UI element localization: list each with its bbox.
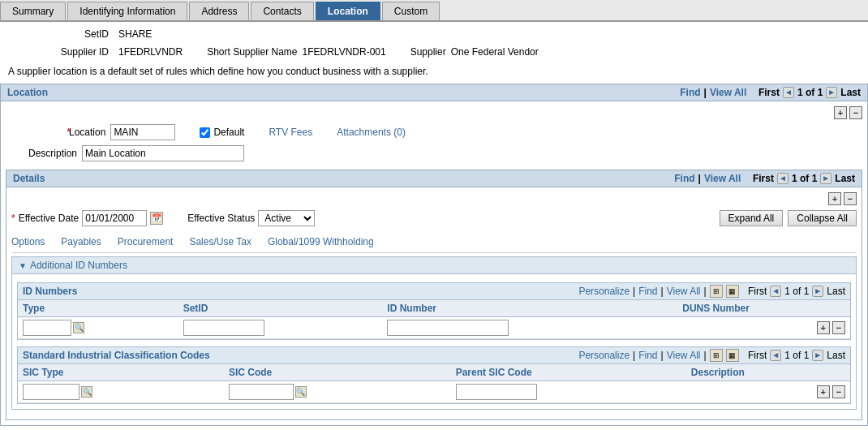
info-text: A supplier location is a default set of … <box>0 62 868 80</box>
sic-grid-container: Standard Industrial Classification Codes… <box>17 346 851 404</box>
sic-find-link[interactable]: Find <box>638 350 657 361</box>
sic-parent-input[interactable] <box>456 384 537 400</box>
supplier-id-label: Supplier ID <box>8 46 114 58</box>
collapse-additional-id-icon[interactable]: ▼ <box>19 261 27 270</box>
id-numbers-setid-input[interactable] <box>183 320 264 336</box>
supplier-label: Supplier <box>410 46 446 58</box>
additional-id-numbers-body: ID Numbers Personalize | Find | View All… <box>11 274 857 410</box>
id-numbers-add-btn[interactable]: + <box>817 321 830 334</box>
id-numbers-col-id-number: ID Number <box>382 300 677 317</box>
id-numbers-last-label: Last <box>827 286 845 297</box>
location-remove-btn[interactable]: − <box>849 106 862 119</box>
collapse-all-button[interactable]: Collapse All <box>788 210 857 226</box>
setid-label: SetID <box>8 28 114 40</box>
sic-prev-arrow[interactable]: ◄ <box>770 350 781 361</box>
sic-personalize-link[interactable]: Personalize <box>578 350 630 361</box>
id-numbers-personalize-link[interactable]: Personalize <box>578 286 630 297</box>
details-last-label: Last <box>835 173 855 184</box>
id-numbers-find-link[interactable]: Find <box>638 286 657 297</box>
id-numbers-type-search-icon[interactable]: 🔍 <box>73 322 84 333</box>
tab-contacts[interactable]: Contacts <box>251 2 313 20</box>
attachments-link[interactable]: Attachments (0) <box>337 127 406 138</box>
id-numbers-number-input[interactable] <box>387 320 509 336</box>
tab-location[interactable]: Location <box>316 2 380 20</box>
id-numbers-prev-arrow[interactable]: ◄ <box>770 286 781 297</box>
id-numbers-remove-btn[interactable]: − <box>832 321 845 334</box>
tab-custom[interactable]: Custom <box>382 2 440 20</box>
id-numbers-table: Type SetID ID Number DUNS Number 🔍 <box>18 300 850 339</box>
tab-summary[interactable]: Summary <box>0 2 66 20</box>
id-numbers-grid-container: ID Numbers Personalize | Find | View All… <box>17 282 851 340</box>
additional-id-numbers-title: Additional ID Numbers <box>30 260 127 271</box>
details-add-btn[interactable]: + <box>828 192 841 205</box>
sic-first-label: First <box>748 350 767 361</box>
id-numbers-row-1: 🔍 + − <box>18 317 850 339</box>
calendar-icon[interactable]: 📅 <box>150 212 163 225</box>
sic-title: Standard Industrial Classification Codes <box>23 350 210 361</box>
sic-viewall-link[interactable]: View All <box>667 350 701 361</box>
location-viewall-link[interactable]: View All <box>710 87 746 98</box>
sic-add-btn[interactable]: + <box>817 385 830 398</box>
id-numbers-grid-icon[interactable]: ▦ <box>726 285 739 298</box>
details-remove-btn[interactable]: − <box>844 192 857 205</box>
default-checkbox[interactable] <box>200 127 210 138</box>
details-first-label: First <box>753 173 774 184</box>
sic-col-code: SIC Code <box>224 364 451 381</box>
sic-code-search-icon[interactable]: 🔍 <box>295 386 307 398</box>
sic-last-label: Last <box>827 350 845 361</box>
sic-type-input[interactable] <box>23 384 79 400</box>
id-numbers-next-arrow[interactable]: ► <box>812 286 823 297</box>
id-numbers-nav: Personalize | Find | View All | ⊞ ▦ Firs… <box>578 285 845 298</box>
location-section-body: + − *Location Default RTV Fees Attachmen… <box>0 101 868 426</box>
location-input[interactable] <box>110 124 175 140</box>
location-section-title: Location <box>7 87 48 98</box>
tab-payables[interactable]: Payables <box>61 236 101 247</box>
details-viewall-link[interactable]: View All <box>704 173 741 184</box>
description-input[interactable] <box>82 145 244 161</box>
description-label: Description <box>6 148 77 159</box>
effective-date-input[interactable] <box>82 210 147 226</box>
sic-row-1: 🔍 🔍 + <box>18 381 850 403</box>
id-numbers-type-input[interactable] <box>23 320 71 336</box>
details-section-header: Details Find | View All First ◄ 1 of 1 ►… <box>6 170 862 187</box>
setid-value: SHARE <box>118 28 152 40</box>
tab-options[interactable]: Options <box>11 236 45 247</box>
tab-sales-use-tax[interactable]: Sales/Use Tax <box>189 236 251 247</box>
id-numbers-col-type: Type <box>18 300 178 317</box>
sic-export-icon[interactable]: ⊞ <box>710 349 723 362</box>
tab-identifying-information[interactable]: Identifying Information <box>67 2 187 20</box>
expand-all-button[interactable]: Expand All <box>720 210 784 226</box>
location-first-label: First <box>758 87 780 98</box>
tab-global-1099[interactable]: Global/1099 Withholding <box>268 236 374 247</box>
sic-type-search-icon[interactable]: 🔍 <box>81 386 92 398</box>
id-numbers-title: ID Numbers <box>23 286 77 297</box>
id-numbers-col-setid: SetID <box>178 300 383 317</box>
tab-address[interactable]: Address <box>189 2 249 20</box>
location-next-arrow[interactable]: ► <box>826 87 837 98</box>
sic-col-parent: Parent SIC Code <box>451 364 686 381</box>
location-section-header: Location Find | View All First ◄ 1 of 1 … <box>0 84 868 101</box>
location-add-btn[interactable]: + <box>834 106 847 119</box>
sic-next-arrow[interactable]: ► <box>812 350 823 361</box>
options-tabs-bar: Options Payables Procurement Sales/Use T… <box>11 231 857 253</box>
details-next-arrow[interactable]: ► <box>820 173 831 184</box>
tab-bar: Summary Identifying Information Address … <box>0 0 868 22</box>
effective-status-label: Effective Status <box>187 213 255 224</box>
tab-procurement[interactable]: Procurement <box>118 236 174 247</box>
id-numbers-col-duns: DUNS Number <box>677 300 850 317</box>
sic-code-input[interactable] <box>229 384 294 400</box>
details-prev-arrow[interactable]: ◄ <box>777 173 789 184</box>
default-label: Default <box>213 127 244 138</box>
location-find-link[interactable]: Find <box>680 87 700 98</box>
location-prev-arrow[interactable]: ◄ <box>783 87 794 98</box>
id-numbers-export-icon[interactable]: ⊞ <box>710 285 723 298</box>
sic-remove-btn[interactable]: − <box>832 385 845 398</box>
location-nav: Find | View All First ◄ 1 of 1 ► Last <box>680 87 861 98</box>
id-numbers-viewall-link[interactable]: View All <box>667 286 701 297</box>
details-find-link[interactable]: Find <box>674 173 694 184</box>
sic-grid-icon[interactable]: ▦ <box>726 349 739 362</box>
location-field-label: * <box>6 127 71 138</box>
effective-status-select[interactable]: Active Inactive <box>258 210 315 226</box>
id-numbers-grid-toolbar: ID Numbers Personalize | Find | View All… <box>18 283 850 300</box>
rtv-fees-link[interactable]: RTV Fees <box>269 127 312 138</box>
